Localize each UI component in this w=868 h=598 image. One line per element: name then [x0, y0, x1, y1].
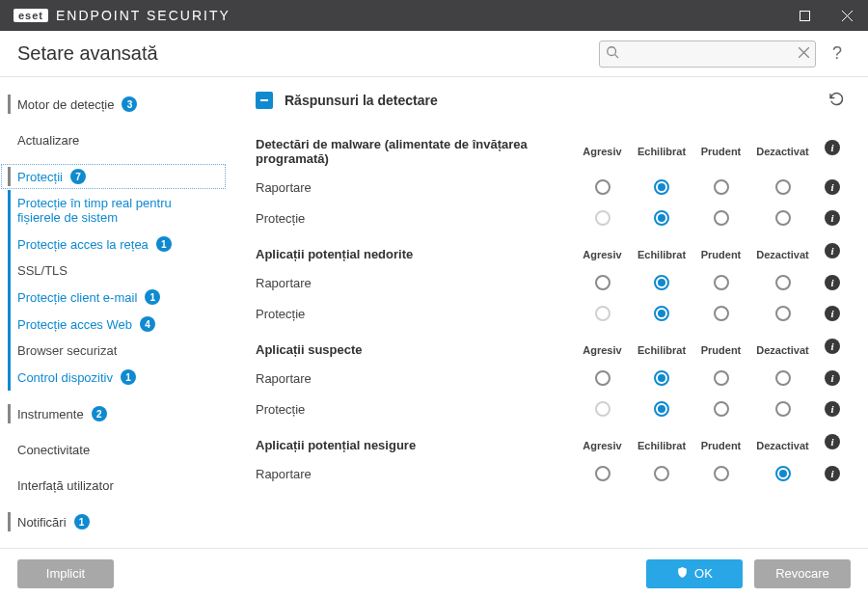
ok-label: OK — [694, 566, 713, 581]
column-header: Echilibrat — [633, 331, 691, 362]
collapse-toggle[interactable] — [256, 92, 273, 109]
product-name: ENDPOINT SECURITY — [56, 8, 231, 23]
sidebar-badge: 2 — [92, 406, 107, 421]
radio-option[interactable] — [595, 275, 610, 290]
radio-option[interactable] — [595, 370, 610, 386]
sidebar-subitem[interactable]: Control dispozitiv1 — [0, 364, 227, 391]
setting-label: Raportare — [256, 364, 572, 394]
help-button[interactable]: ? — [824, 43, 851, 64]
group-title: Aplicații potențial nedorite — [256, 233, 572, 267]
column-header: Echilibrat — [633, 132, 691, 163]
clear-search-icon[interactable] — [799, 46, 809, 61]
info-icon[interactable]: i — [825, 275, 840, 290]
reset-icon[interactable] — [827, 91, 847, 110]
radio-option[interactable] — [714, 306, 729, 321]
sidebar-subitem[interactable]: SSL/TLS — [0, 258, 227, 284]
sidebar-item[interactable]: Protecții7 — [0, 163, 227, 190]
info-icon[interactable]: i — [825, 306, 840, 321]
svg-rect-0 — [800, 11, 809, 20]
radio-option[interactable] — [714, 370, 729, 386]
sidebar-subitem[interactable]: Protecție acces Web4 — [0, 311, 227, 338]
radio-option[interactable] — [595, 179, 610, 195]
sidebar-item[interactable]: Instrumente2 — [0, 400, 227, 427]
info-icon[interactable]: i — [825, 370, 840, 386]
page-title: Setare avansată — [17, 42, 158, 65]
column-header: Agresiv — [576, 331, 629, 362]
info-icon[interactable]: i — [825, 401, 840, 417]
radio-option — [595, 306, 610, 321]
radio-option[interactable] — [775, 401, 791, 417]
sidebar-item-label: Instrumente — [17, 407, 84, 421]
subheader: Setare avansată ? — [0, 31, 868, 77]
sidebar-badge: 1 — [121, 369, 136, 385]
content-scroll[interactable]: Răspunsuri la detectare Detectări de mal… — [227, 77, 856, 548]
radio-option[interactable] — [714, 210, 729, 226]
column-header: Dezactivat — [751, 235, 814, 266]
shield-icon — [676, 566, 689, 582]
radio-option[interactable] — [714, 466, 729, 481]
radio-option[interactable] — [714, 275, 729, 290]
setting-label: Protecție — [256, 394, 572, 424]
radio-option[interactable] — [714, 401, 729, 417]
svg-point-1 — [608, 47, 616, 56]
column-header: Dezactivat — [751, 132, 814, 163]
maximize-button[interactable] — [783, 0, 826, 31]
search-input[interactable] — [625, 46, 793, 61]
sidebar-item-label: SSL/TLS — [17, 263, 68, 278]
info-icon[interactable]: i — [825, 179, 840, 195]
sidebar-item[interactable]: Motor de detecție3 — [0, 91, 227, 118]
radio-option[interactable] — [775, 306, 791, 321]
column-header: Prudent — [694, 132, 747, 163]
setting-label: Raportare — [256, 268, 572, 298]
sidebar-subitem[interactable]: Protecție acces la rețea1 — [0, 231, 227, 258]
radio-option[interactable] — [775, 210, 791, 226]
column-header: Agresiv — [576, 132, 629, 163]
info-icon[interactable]: i — [825, 339, 840, 354]
sidebar-item[interactable]: Actualizare — [0, 127, 227, 153]
column-header: Prudent — [694, 426, 747, 457]
radio-option[interactable] — [775, 370, 791, 386]
radio-option[interactable] — [654, 210, 669, 226]
settings-grid: Detectări de malware (alimentate de învă… — [256, 123, 847, 489]
radio-option[interactable] — [654, 401, 669, 417]
column-header: Prudent — [694, 331, 747, 362]
radio-option[interactable] — [595, 466, 610, 481]
sidebar-item[interactable]: Conectivitate — [0, 437, 227, 463]
sidebar-item[interactable]: Interfață utilizator — [0, 473, 227, 499]
radio-option[interactable] — [654, 306, 669, 321]
sidebar-item-label: Browser securizat — [17, 343, 117, 358]
info-icon[interactable]: i — [825, 210, 840, 226]
radio-option — [595, 401, 610, 417]
sidebar-badge: 1 — [74, 514, 90, 530]
setting-label: Raportare — [256, 459, 572, 489]
radio-option[interactable] — [654, 179, 669, 195]
svg-rect-2 — [260, 99, 268, 101]
ok-button[interactable]: OK — [646, 559, 743, 588]
sidebar-badge: 4 — [140, 316, 155, 332]
brand: eset ENDPOINT SECURITY — [14, 8, 231, 23]
radio-option — [595, 210, 610, 226]
radio-option[interactable] — [714, 179, 729, 195]
default-button[interactable]: Implicit — [17, 559, 114, 588]
radio-option[interactable] — [775, 466, 791, 481]
sidebar-badge: 3 — [122, 96, 137, 112]
radio-option[interactable] — [775, 179, 791, 195]
info-icon[interactable]: i — [825, 243, 840, 258]
search-box[interactable] — [599, 41, 816, 68]
radio-option[interactable] — [654, 370, 669, 386]
column-header: Echilibrat — [633, 426, 691, 457]
sidebar-item-label: Control dispozitiv — [17, 370, 113, 385]
radio-option[interactable] — [775, 275, 791, 290]
sidebar-item[interactable]: Notificări1 — [0, 508, 227, 535]
info-icon[interactable]: i — [825, 434, 840, 449]
cancel-button[interactable]: Revocare — [754, 559, 851, 588]
sidebar-subitem[interactable]: Protecție în timp real pentru fișierele … — [0, 190, 227, 231]
radio-option[interactable] — [654, 275, 669, 290]
close-button[interactable] — [826, 0, 868, 31]
info-icon[interactable]: i — [825, 140, 840, 155]
sidebar-item-label: Protecție în timp real pentru fișierele … — [17, 196, 215, 225]
sidebar-subitem[interactable]: Protecție client e-mail1 — [0, 284, 227, 311]
info-icon[interactable]: i — [825, 466, 840, 481]
radio-option[interactable] — [654, 466, 669, 481]
sidebar-subitem[interactable]: Browser securizat — [0, 338, 227, 364]
